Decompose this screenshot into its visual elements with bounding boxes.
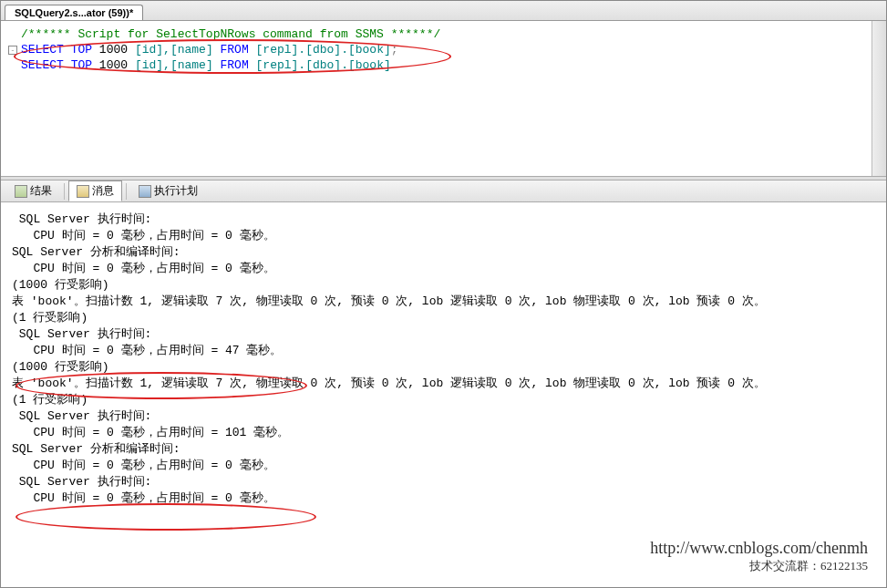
kw-select: SELECT [21, 57, 64, 73]
msg-line: CPU 时间 = 0 毫秒，占用时间 = 0 毫秒。 [12, 261, 875, 277]
msg-line: CPU 时间 = 0 毫秒，占用时间 = 47 毫秒。 [12, 343, 875, 359]
msg-line: CPU 时间 = 0 毫秒，占用时间 = 101 毫秒。 [12, 425, 875, 441]
tab-messages-label: 消息 [92, 183, 114, 199]
msg-line: SQL Server 分析和编译时间: [12, 441, 875, 458]
tab-separator [126, 183, 127, 200]
sql-table: [repl].[dbo].[book] [256, 42, 391, 57]
tab-execution-plan[interactable]: 执行计划 [130, 181, 206, 201]
msg-line: CPU 时间 = 0 毫秒，占用时间 = 0 毫秒。 [12, 490, 875, 507]
msg-line: CPU 时间 = 0 毫秒，占用时间 = 0 毫秒。 [12, 458, 875, 474]
kw-select: SELECT [21, 42, 64, 57]
sql-table: [repl].[dbo].[book] [256, 57, 391, 73]
tab-plan-label: 执行计划 [154, 183, 198, 199]
sql-number: 1000 [99, 42, 128, 57]
editor-scrollbar[interactable] [872, 21, 886, 176]
msg-line: SQL Server 分析和编译时间: [12, 244, 875, 261]
msg-line: CPU 时间 = 0 毫秒，占用时间 = 0 毫秒。 [12, 228, 875, 244]
messages-pane[interactable]: SQL Server 执行时间: CPU 时间 = 0 毫秒，占用时间 = 0 … [1, 202, 886, 585]
plan-icon [139, 185, 151, 198]
sql-editor[interactable]: /****** Script for SelectTopNRows comman… [1, 21, 886, 176]
sql-semicolon: ; [391, 42, 398, 57]
msg-line: (1 行受影响) [12, 392, 875, 408]
tab-messages[interactable]: 消息 [68, 181, 122, 201]
watermark: http://www.cnblogs.com/chenmh 技术交流群：6212… [650, 539, 868, 574]
msg-line: (1000 行受影响) [12, 277, 875, 294]
tab-separator [64, 183, 65, 200]
editor-tab-bar: SQLQuery2.s...ator (59))* [1, 1, 886, 21]
kw-top: TOP [71, 42, 92, 57]
sql-comment: /****** Script for SelectTopNRows comman… [21, 26, 440, 42]
msg-line: SQL Server 执行时间: [12, 474, 875, 490]
kw-from: FROM [221, 57, 249, 73]
msg-line: 表 'book'。扫描计数 1, 逻辑读取 7 次, 物理读取 0 次, 预读 … [12, 376, 875, 392]
msg-line: (1000 行受影响) [12, 359, 875, 376]
msg-line: SQL Server 执行时间: [12, 326, 875, 343]
sql-number: 1000 [99, 57, 128, 73]
msg-line: 表 'book'。扫描计数 1, 逻辑读取 7 次, 物理读取 0 次, 预读 … [12, 294, 875, 310]
message-icon [77, 185, 89, 198]
results-panel-tabs: 结果 消息 执行计划 [1, 181, 886, 202]
sql-columns: [id],[name] [135, 57, 213, 73]
sql-columns: [id],[name] [135, 42, 213, 57]
tab-results[interactable]: 结果 [6, 181, 60, 201]
watermark-qq: 技术交流群：62122135 [650, 558, 868, 574]
msg-line: SQL Server 执行时间: [12, 408, 875, 425]
fold-minus-icon[interactable]: - [8, 46, 17, 55]
tab-results-label: 结果 [30, 183, 52, 199]
kw-top: TOP [71, 57, 92, 73]
msg-line: (1 行受影响) [12, 310, 875, 326]
grid-icon [15, 185, 27, 198]
kw-from: FROM [221, 42, 249, 57]
msg-line: SQL Server 执行时间: [12, 211, 875, 228]
annotation-oval-101ms [15, 503, 316, 531]
watermark-url: http://www.cnblogs.com/chenmh [650, 539, 868, 558]
sql-file-tab[interactable]: SQLQuery2.s...ator (59))* [5, 5, 143, 20]
